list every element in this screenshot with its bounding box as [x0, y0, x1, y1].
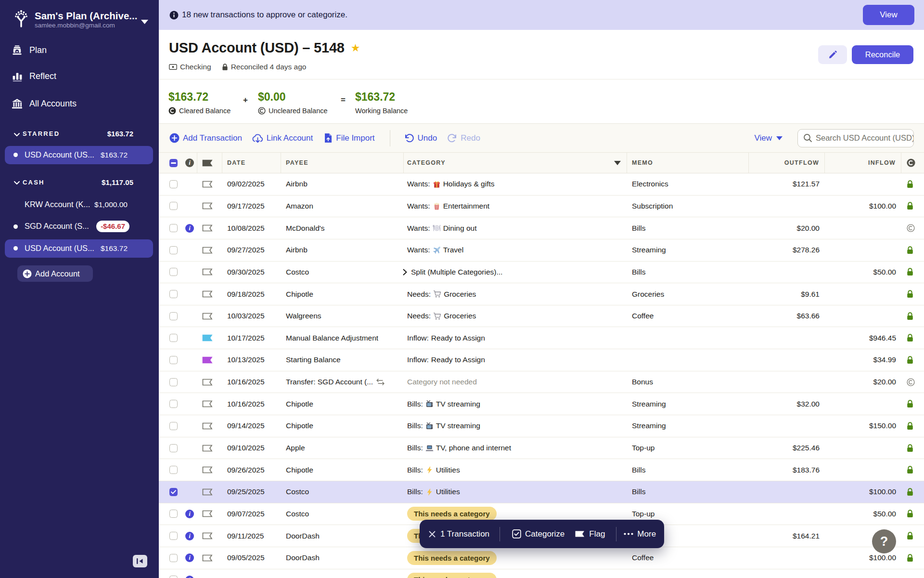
reconcile-button[interactable]: Reconcile [852, 45, 913, 64]
banner-view-button[interactable]: View [863, 5, 914, 25]
cleared-lock-icon[interactable] [907, 290, 913, 298]
flag-icon[interactable] [202, 488, 213, 496]
add-account-button[interactable]: Add Account [17, 265, 93, 282]
row-checkbox[interactable] [169, 180, 178, 188]
cleared-column-icon[interactable] [907, 158, 915, 167]
column-header-memo[interactable]: MEMO [632, 159, 653, 166]
cleared-lock-icon[interactable] [907, 312, 913, 320]
cleared-lock-icon[interactable] [907, 532, 913, 540]
cleared-lock-icon[interactable] [907, 180, 913, 188]
row-checkbox[interactable] [169, 268, 178, 276]
table-row[interactable]: i 10/13/2025 Starting Balance Inflow: Re… [159, 349, 924, 371]
table-row[interactable]: i 09/27/2025 Airbnb Wants: Travel Travel… [159, 239, 924, 262]
cleared-lock-icon[interactable] [907, 466, 913, 474]
sidebar-item-all-accounts[interactable]: All Accounts [0, 95, 159, 113]
table-row[interactable]: i 10/08/2025 McDonald's Wants: Dining ou… [159, 217, 924, 239]
row-checkbox[interactable] [169, 576, 178, 578]
sidebar-group-cash[interactable]: CASH $1,117.05 [0, 173, 159, 191]
table-row[interactable]: i 09/18/2025 Chipotle Needs: Groceries G… [159, 283, 924, 305]
info-icon[interactable]: i [185, 532, 194, 540]
flag-button[interactable]: Flag [575, 529, 605, 539]
flag-icon[interactable] [202, 356, 213, 364]
file-import-button[interactable]: File Import [324, 133, 374, 143]
row-checkbox[interactable] [169, 444, 178, 452]
cleared-lock-icon[interactable] [907, 202, 913, 210]
category-filter-caret-icon[interactable] [614, 161, 621, 165]
info-icon[interactable]: i [185, 224, 194, 233]
cleared-lock-icon[interactable] [907, 246, 913, 254]
row-checkbox[interactable] [169, 202, 178, 210]
table-row[interactable]: i 09/02/2025 Airbnb Wants: Holidays & gi… [159, 173, 924, 196]
cleared-lock-icon[interactable] [907, 488, 913, 496]
plan-switcher[interactable]: Sam's Plan (Archive... samlee.mobbin@gma… [0, 0, 159, 37]
sidebar-group-starred[interactable]: STARRED $163.72 [0, 125, 159, 143]
sidebar-item-plan[interactable]: Plan [0, 41, 159, 59]
sidebar-account-usd-starred[interactable]: USD Account (US... $163.72 [5, 146, 153, 164]
column-header-date[interactable]: DATE [227, 159, 245, 166]
more-button[interactable]: More [624, 529, 656, 539]
info-column-icon[interactable]: i [185, 158, 194, 167]
close-icon[interactable] [429, 531, 436, 538]
cleared-lock-icon[interactable] [907, 400, 913, 408]
row-checkbox[interactable] [169, 224, 178, 232]
uncleared-icon[interactable] [907, 224, 915, 232]
needs-category-pill[interactable]: This needs a category [407, 573, 497, 578]
sidebar-account-krw[interactable]: KRW Account (K... $1,000.00 [5, 196, 153, 214]
row-checkbox[interactable] [169, 510, 178, 518]
row-checkbox[interactable] [169, 290, 178, 298]
column-header-outflow[interactable]: OUTFLOW [784, 159, 819, 166]
table-row[interactable]: i 09/05/2025 DoorDash This needs a categ… [159, 547, 924, 569]
needs-category-pill[interactable]: This needs a category [407, 507, 497, 521]
cleared-lock-icon[interactable] [907, 422, 913, 430]
sidebar-item-reflect[interactable]: Reflect [0, 67, 159, 86]
table-row[interactable]: i 10/17/2025 Manual Balance Adjustment I… [159, 327, 924, 349]
categorize-button[interactable]: Categorize [512, 529, 565, 539]
table-row[interactable]: i 09/10/2025 Apple Bills: TV, phone and … [159, 437, 924, 460]
row-checkbox[interactable] [169, 378, 178, 386]
flag-icon[interactable] [202, 268, 213, 276]
column-header-inflow[interactable]: INFLOW [868, 159, 896, 166]
link-account-button[interactable]: Link Account [252, 133, 313, 143]
flag-icon[interactable] [202, 379, 213, 386]
select-all-checkbox[interactable] [169, 159, 178, 167]
view-dropdown[interactable]: View [754, 133, 783, 143]
row-checkbox[interactable] [169, 554, 178, 562]
table-row[interactable]: i 09/30/2025 Costco Split (Multiple Cate… [159, 262, 924, 284]
cleared-lock-icon[interactable] [907, 554, 913, 562]
column-header-category[interactable]: CATEGORY [407, 159, 446, 166]
flag-icon[interactable] [202, 202, 213, 210]
needs-category-pill[interactable]: This needs a category [407, 551, 497, 565]
row-checkbox[interactable] [169, 246, 178, 254]
row-checkbox[interactable] [169, 356, 178, 364]
search-input[interactable] [816, 133, 914, 143]
cleared-lock-icon[interactable] [907, 334, 913, 342]
collapse-sidebar-button[interactable] [133, 555, 147, 567]
row-checkbox[interactable] [169, 422, 178, 430]
flag-icon[interactable] [202, 313, 213, 320]
row-checkbox[interactable] [169, 532, 178, 540]
redo-button[interactable]: Redo [447, 133, 480, 143]
edit-account-button[interactable] [818, 45, 847, 64]
flag-icon[interactable] [202, 247, 213, 254]
table-row[interactable]: i 10/16/2025 Transfer: SGD Account (... … [159, 371, 924, 394]
flag-icon[interactable] [202, 532, 213, 539]
row-checkbox[interactable] [169, 488, 178, 496]
flag-icon[interactable] [202, 554, 213, 562]
help-button[interactable]: ? [872, 529, 896, 553]
sidebar-account-sgd[interactable]: SGD Account (S... -$46.67 [5, 217, 153, 236]
row-checkbox[interactable] [169, 400, 178, 408]
star-icon[interactable]: ★ [351, 42, 360, 54]
flag-icon[interactable] [202, 445, 213, 452]
flag-column-icon[interactable] [202, 159, 213, 167]
info-icon[interactable]: i [185, 553, 194, 562]
flag-icon[interactable] [202, 290, 213, 298]
cleared-lock-icon[interactable] [907, 268, 913, 276]
table-row[interactable]: i 09/26/2025 Chipotle Bills: Utilities U… [159, 459, 924, 481]
uncleared-icon[interactable] [907, 378, 915, 386]
flag-icon[interactable] [202, 181, 213, 188]
info-icon[interactable]: i [185, 576, 194, 578]
flag-icon[interactable] [202, 334, 213, 342]
table-row[interactable]: i 09/17/2025 Amazon Wants: Entertainment… [159, 196, 924, 218]
table-row[interactable]: i 10/03/2025 Walgreens Needs: Groceries … [159, 305, 924, 328]
flag-icon[interactable] [202, 466, 213, 473]
